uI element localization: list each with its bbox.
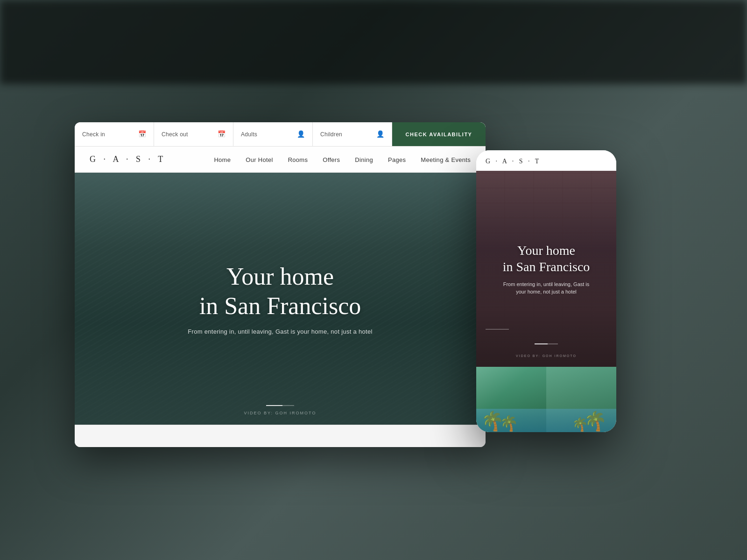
adults-label: Adults [241,131,257,138]
mobile-navbar: G · A · S · T [476,150,616,171]
check-availability-button[interactable]: CHECK AVAILABILITY [392,122,486,146]
desktop-navbar: G · A · S · T Home Our Hotel Rooms Offer… [75,147,486,173]
nav-item-home[interactable]: Home [214,155,231,164]
nav-link-home[interactable]: Home [214,156,231,163]
desktop-logo: G · A · S · T [90,154,166,164]
nav-item-pages[interactable]: Pages [388,155,406,164]
desktop-video-credit: VIDEO BY: GOH IROMOTO [244,411,317,415]
nav-link-dining[interactable]: Dining [355,156,373,163]
nav-link-hotel[interactable]: Our Hotel [246,156,273,163]
scene-container: Check in 📅 Check out 📅 Adults 👤 Children… [75,122,672,447]
palm-tree-right-2: 🌴 [572,417,588,432]
children-field[interactable]: Children 👤 [313,122,392,146]
desktop-hero: Your homein San Francisco From entering … [75,173,486,425]
mobile-hero-divider [486,329,509,329]
calendar-icon-checkin: 📅 [138,130,146,138]
desktop-hero-content: Your homein San Francisco From entering … [188,262,372,335]
mobile-hero-content: Your homein San Francisco From entering … [493,242,599,296]
nav-link-pages[interactable]: Pages [388,156,406,163]
check-out-label: Check out [162,131,188,138]
booking-bar: Check in 📅 Check out 📅 Adults 👤 Children… [75,122,486,147]
mobile-hero-progress-fill [535,343,548,344]
mobile-mockup: G · A · S · T Your homein San Francisco … [476,150,616,432]
children-label: Children [320,131,342,138]
nav-item-dining[interactable]: Dining [355,155,373,164]
check-in-field[interactable]: Check in 📅 [75,122,154,146]
desktop-hero-subtitle: From entering in, until leaving, Gast is… [188,328,372,335]
mobile-logo: G · A · S · T [486,158,541,165]
mobile-hero-title: Your homein San Francisco [503,242,590,275]
mobile-image-right: 🌴 🌴 [546,367,616,432]
nav-item-hotel[interactable]: Our Hotel [246,155,273,164]
desktop-hero-progress [266,405,294,406]
check-in-label: Check in [82,131,105,138]
mobile-bottom-images: 🌴 🌴 🌴 🌴 [476,367,616,432]
nav-link-events[interactable]: Meeting & Events [421,156,471,163]
nav-item-offers[interactable]: Offers [323,155,340,164]
palm-tree-left-2: 🌴 [500,414,518,432]
mobile-image-left: 🌴 🌴 [476,367,546,432]
desktop-footer [75,425,486,447]
desktop-hero-title: Your homein San Francisco [188,262,372,321]
mobile-hero: Your homein San Francisco From entering … [476,171,616,367]
nav-item-rooms[interactable]: Rooms [288,155,308,164]
calendar-icon-checkout: 📅 [218,130,226,138]
mobile-hero-progress [535,343,558,344]
adults-field[interactable]: Adults 👤 [233,122,313,146]
nav-link-rooms[interactable]: Rooms [288,156,308,163]
nav-link-offers[interactable]: Offers [323,156,340,163]
check-out-field[interactable]: Check out 📅 [154,122,233,146]
desktop-mockup: Check in 📅 Check out 📅 Adults 👤 Children… [75,122,486,447]
nav-item-events[interactable]: Meeting & Events [421,155,471,164]
bg-blur-top [0,0,747,84]
person-icon-children: 👤 [376,130,384,138]
nav-links: Home Our Hotel Rooms Offers Dining Pages… [214,155,471,164]
mobile-hero-subtitle: From entering in, until leaving, Gast is… [503,280,590,296]
desktop-hero-progress-fill [266,405,282,406]
person-icon-adults: 👤 [297,130,305,138]
mobile-video-credit: VIDEO BY: GOH IROMOTO [516,354,577,357]
